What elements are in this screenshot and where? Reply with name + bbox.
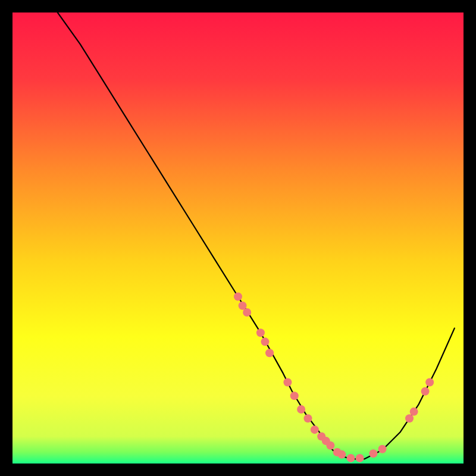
data-point: [337, 450, 346, 459]
data-point: [347, 454, 355, 462]
data-point: [425, 378, 434, 387]
data-point: [326, 441, 334, 450]
data-point: [256, 328, 265, 337]
data-point: [421, 387, 430, 396]
data-point: [261, 337, 269, 346]
bottleneck-curve-chart: [12, 12, 464, 464]
data-point: [369, 449, 377, 458]
data-point: [356, 454, 364, 462]
chart-frame: TheBottleneck.com: [12, 12, 464, 464]
data-point: [297, 405, 305, 414]
gradient-background: [12, 12, 464, 464]
data-point: [265, 349, 274, 357]
data-point: [311, 425, 319, 434]
data-point: [239, 302, 247, 310]
data-point: [243, 308, 251, 317]
data-point: [378, 445, 387, 453]
data-point: [290, 392, 299, 400]
data-point: [405, 414, 414, 422]
data-point: [283, 378, 292, 387]
data-point: [303, 414, 312, 422]
data-point: [410, 408, 418, 416]
data-point: [234, 293, 242, 301]
